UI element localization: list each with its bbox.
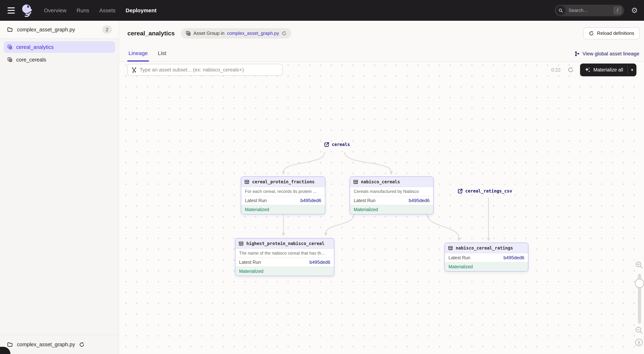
zoom-out-icon[interactable] <box>634 326 644 335</box>
materialize-all-button-group: Materialize all ▾ <box>580 64 636 76</box>
asset-node-nabisco-cereal-ratings[interactable]: nabisco_cereal_ratings Latest Run b495de… <box>444 243 528 272</box>
asset-name: nabisco_cereal_ratings <box>456 246 513 251</box>
left-sidebar: complex_asset_graph.py 2 cereal_analytic… <box>0 21 119 354</box>
asset-node-header: cereal_protein_fractions <box>241 177 325 187</box>
asset-description: Cereals manufactured by Nabisco <box>350 187 433 196</box>
context-repo-link[interactable]: complex_asset_graph.py <box>227 31 279 36</box>
search-placeholder: Search... <box>568 8 613 13</box>
latest-run-row: Latest Run b495ded6 <box>236 258 334 267</box>
materialize-all-label: Materialize all <box>593 67 623 73</box>
edge-nabisco-cereals-to-highest-protein <box>326 214 354 233</box>
tab-bar: Lineage List View global asset lineage <box>119 46 644 62</box>
tab-list[interactable]: List <box>157 46 168 62</box>
global-search[interactable]: Search... / <box>555 5 624 16</box>
latest-run-row: Latest Run b495ded6 <box>241 196 325 205</box>
refresh-timer: 0:22 <box>551 67 561 73</box>
view-global-asset-lineage-link[interactable]: View global asset lineage <box>574 46 639 62</box>
edge-nabisco-cereals-to-ratings <box>427 214 459 238</box>
asset-node-header: nabisco_cereal_ratings <box>445 243 528 253</box>
materialized-status-badge: Materialized <box>445 262 528 271</box>
latest-run-row: Latest Run b495ded6 <box>445 253 528 262</box>
sidebar-repo-count-badge: 2 <box>102 26 112 34</box>
edge-cereals-to-nabisco-cereals <box>345 152 391 172</box>
asset-description: The name of the nabisco cereal that has … <box>236 249 334 258</box>
materialize-dropdown-caret[interactable]: ▾ <box>628 64 636 76</box>
sparkles-icon <box>584 67 591 73</box>
refresh-graph-icon[interactable] <box>568 67 574 73</box>
nav-item-deployment[interactable]: Deployment <box>126 8 156 14</box>
context-prefix: Asset Group in <box>194 31 224 36</box>
asset-node-header: highest_protein_nabisco_cereal <box>236 239 334 249</box>
tab-lineage[interactable]: Lineage <box>128 46 149 62</box>
page-title: cereal_analytics <box>128 30 175 37</box>
asset-subset-input-wrap <box>128 64 282 76</box>
sidebar-footer-label: complex_asset_graph.py <box>17 341 75 347</box>
folder-icon <box>7 27 13 33</box>
sidebar-footer: complex_asset_graph.py <box>0 335 119 354</box>
asset-description: For each cereal, records its protein ... <box>241 187 325 196</box>
asset-group-icon <box>186 31 191 36</box>
edge-cereals-to-cereal-protein-fractions <box>284 152 324 172</box>
materialized-status-badge: Materialized <box>241 205 325 214</box>
asset-node-header: nabisco_cereals <box>350 177 433 187</box>
search-shortcut-badge: / <box>613 6 622 15</box>
reload-definitions-button[interactable]: Reload definitions <box>583 28 640 39</box>
materialized-status-badge: Materialized <box>350 205 433 214</box>
reload-icon <box>589 31 594 36</box>
latest-run-label: Latest Run <box>245 198 267 203</box>
sidebar-group-list: cereal_analytics core_cereals <box>0 39 119 66</box>
sidebar-item-cereal-analytics[interactable]: cereal_analytics <box>4 41 115 53</box>
nav-links: Overview Runs Assets Deployment <box>44 8 156 14</box>
global-lineage-label: View global asset lineage <box>582 51 639 57</box>
main-pane: cereal_analytics Asset Group in complex_… <box>119 21 644 354</box>
sidebar-repo-row[interactable]: complex_asset_graph.py 2 <box>0 21 119 39</box>
reload-repo-icon[interactable] <box>79 342 85 347</box>
asset-name: highest_protein_nabisco_cereal <box>246 241 324 246</box>
nav-item-overview[interactable]: Overview <box>44 8 66 14</box>
lineage-canvas[interactable]: 0:22 Materialize all ▾ <box>119 62 644 354</box>
sidebar-item-label: core_cereals <box>16 57 46 63</box>
asset-node-highest-protein-nabisco-cereal[interactable]: highest_protein_nabisco_cereal The name … <box>235 238 334 276</box>
fit-view-icon[interactable] <box>634 338 644 347</box>
sidebar-repo-label: complex_asset_graph.py <box>17 27 98 33</box>
page-header: cereal_analytics Asset Group in complex_… <box>119 21 644 46</box>
asset-name: cereal_protein_fractions <box>252 179 314 185</box>
source-asset-name: cereals <box>332 142 350 147</box>
zoom-slider-thumb[interactable] <box>635 279 644 288</box>
nav-item-assets[interactable]: Assets <box>99 8 116 14</box>
dagster-app: Overview Runs Assets Deployment Search..… <box>0 0 644 354</box>
nav-item-runs[interactable]: Runs <box>76 8 89 14</box>
latest-run-label: Latest Run <box>239 260 261 265</box>
run-id-link[interactable]: b495ded6 <box>504 255 524 261</box>
lineage-icon <box>574 51 580 57</box>
materialized-status-badge: Materialized <box>236 267 334 276</box>
external-asset-icon <box>324 142 330 147</box>
op-selector-icon <box>131 67 137 73</box>
refresh-icon[interactable] <box>282 31 287 36</box>
source-asset-name: cereal_ratings_csv <box>465 189 512 194</box>
latest-run-label: Latest Run <box>354 198 376 203</box>
table-icon <box>448 245 453 251</box>
folder-icon <box>7 341 13 348</box>
asset-group-context-pill: Asset Group in complex_asset_graph.py <box>181 28 291 39</box>
top-nav: Overview Runs Assets Deployment Search..… <box>0 0 644 21</box>
source-asset-cereal-ratings-csv[interactable]: cereal_ratings_csv <box>457 188 512 194</box>
settings-gear-icon[interactable]: ⚙ <box>631 7 638 14</box>
run-id-link[interactable]: b495ded6 <box>409 198 430 203</box>
materialize-all-button[interactable]: Materialize all <box>580 64 628 76</box>
table-icon <box>353 179 358 185</box>
hamburger-menu-icon[interactable] <box>6 6 16 15</box>
asset-node-cereal-protein-fractions[interactable]: cereal_protein_fractions For each cereal… <box>241 176 326 215</box>
latest-run-row: Latest Run b495ded6 <box>350 196 433 205</box>
sidebar-item-core-cereals[interactable]: core_cereals <box>4 54 115 66</box>
asset-subset-input[interactable] <box>140 67 279 73</box>
zoom-in-icon[interactable] <box>634 260 644 269</box>
table-icon <box>244 179 250 185</box>
asset-node-nabisco-cereals[interactable]: nabisco_cereals Cereals manufactured by … <box>350 176 434 215</box>
run-id-link[interactable]: b495ded6 <box>310 259 330 265</box>
sidebar-item-label: cereal_analytics <box>16 44 54 50</box>
dagster-logo-icon[interactable] <box>20 4 34 17</box>
table-icon <box>238 241 244 246</box>
run-id-link[interactable]: b495ded6 <box>300 198 321 203</box>
source-asset-cereals[interactable]: cereals <box>324 142 350 147</box>
